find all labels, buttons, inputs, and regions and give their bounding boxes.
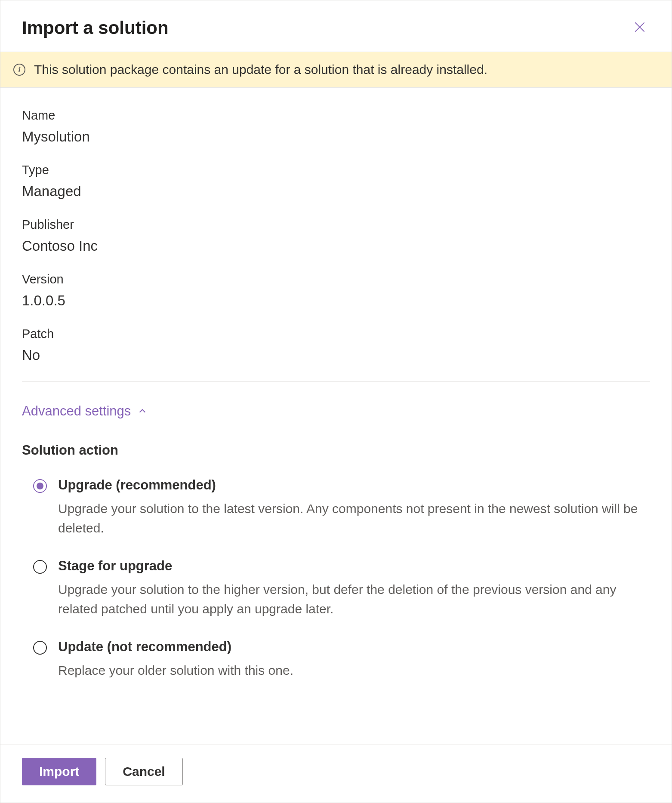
field-type-value: Managed [22, 183, 650, 200]
field-publisher: Publisher Contoso Inc [22, 218, 650, 254]
advanced-settings-toggle[interactable]: Advanced settings [22, 403, 147, 419]
footer: Import Cancel [0, 745, 672, 803]
radio-option-stage[interactable]: Stage for upgrade Upgrade your solution … [33, 558, 650, 618]
solution-action-radio-group: Upgrade (recommended) Upgrade your solut… [22, 477, 650, 680]
radio-circle [33, 560, 47, 574]
advanced-settings-label: Advanced settings [22, 403, 131, 419]
field-patch-label: Patch [22, 327, 650, 341]
info-icon: i [13, 64, 25, 76]
radio-label-update: Update (not recommended) [58, 639, 650, 655]
field-name-value: Mysolution [22, 129, 650, 145]
radio-description-update: Replace your older solution with this on… [58, 661, 650, 680]
field-version: Version 1.0.0.5 [22, 272, 650, 309]
divider [22, 382, 650, 382]
field-patch-value: No [22, 347, 650, 363]
info-banner: i This solution package contains an upda… [0, 52, 672, 88]
solution-action-title: Solution action [22, 443, 650, 458]
radio-description-stage: Upgrade your solution to the higher vers… [58, 580, 650, 618]
field-patch: Patch No [22, 327, 650, 363]
radio-content: Update (not recommended) Replace your ol… [58, 639, 650, 680]
cancel-button[interactable]: Cancel [105, 758, 182, 785]
content-area: Name Mysolution Type Managed Publisher C… [0, 88, 672, 745]
import-button[interactable]: Import [22, 758, 96, 785]
chevron-up-icon [138, 406, 147, 417]
close-icon [633, 20, 647, 35]
radio-content: Upgrade (recommended) Upgrade your solut… [58, 477, 650, 538]
radio-label-stage: Stage for upgrade [58, 558, 650, 574]
field-type-label: Type [22, 163, 650, 177]
banner-message: This solution package contains an update… [34, 62, 487, 77]
field-publisher-value: Contoso Inc [22, 238, 650, 254]
close-button[interactable] [629, 17, 650, 39]
radio-description-upgrade: Upgrade your solution to the latest vers… [58, 499, 650, 538]
radio-option-upgrade[interactable]: Upgrade (recommended) Upgrade your solut… [33, 477, 650, 538]
radio-circle [33, 479, 47, 493]
radio-option-update[interactable]: Update (not recommended) Replace your ol… [33, 639, 650, 680]
field-version-value: 1.0.0.5 [22, 292, 650, 309]
panel-header: Import a solution [0, 0, 672, 52]
radio-content: Stage for upgrade Upgrade your solution … [58, 558, 650, 618]
field-name: Name Mysolution [22, 108, 650, 145]
field-name-label: Name [22, 108, 650, 123]
panel-title: Import a solution [22, 18, 169, 38]
radio-circle [33, 641, 47, 655]
radio-label-upgrade: Upgrade (recommended) [58, 477, 650, 493]
field-type: Type Managed [22, 163, 650, 200]
import-solution-panel: Import a solution i This solution packag… [0, 0, 672, 803]
field-publisher-label: Publisher [22, 218, 650, 232]
field-version-label: Version [22, 272, 650, 286]
